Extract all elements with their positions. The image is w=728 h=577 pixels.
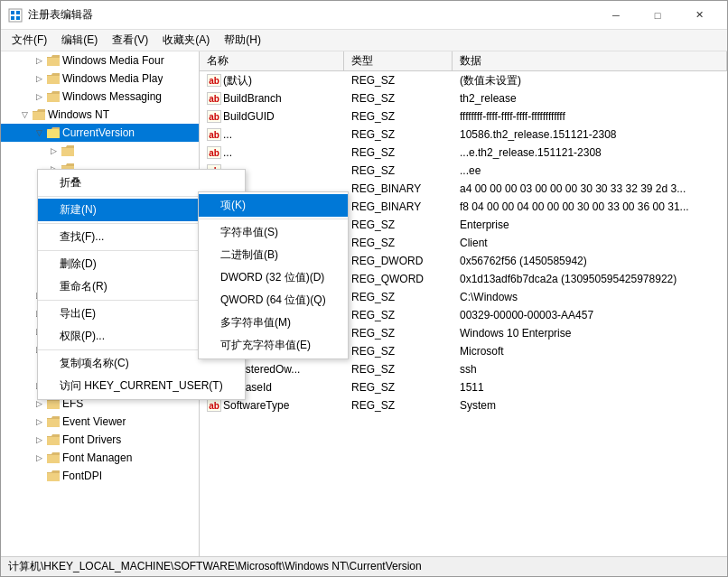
list-item[interactable]: ab ... REG_SZ 10586.th2_release.151121-2… — [200, 126, 727, 144]
ctx-item-access-hkcu[interactable]: 访问 HKEY_CURRENT_USER(T) — [38, 375, 245, 397]
sub-item-key[interactable]: 项(K) — [199, 194, 348, 217]
status-bar: 计算机\HKEY_LOCAL_MACHINE\SOFTWARE\Microsof… — [1, 556, 727, 576]
list-item[interactable]: ab BuildBranch REG_SZ th2_release — [200, 89, 727, 107]
cell-type: REG_SZ — [344, 109, 453, 124]
menu-help[interactable]: 帮助(H) — [217, 31, 268, 50]
submenu: 项(K) 字符串值(S) 二进制值(B) DWORD (32 位值)(D) QW… — [198, 191, 349, 359]
cell-type: REG_BINARY — [344, 200, 453, 214]
expand-icon[interactable]: ▷ — [32, 89, 46, 104]
ab-icon: ab — [207, 128, 221, 141]
folder-icon — [46, 89, 61, 104]
tree-item-windows-nt[interactable]: ▽ Windows NT — [1, 106, 199, 124]
cell-data: System — [453, 398, 727, 413]
cell-type: REG_SZ — [344, 398, 453, 413]
ab-icon: ab — [207, 74, 221, 87]
tree-item-current-version[interactable]: ▽ CurrentVersion — [1, 124, 199, 142]
folder-icon — [46, 451, 61, 465]
cell-data: th2_release — [453, 91, 727, 106]
expand-icon[interactable]: ▽ — [17, 107, 32, 122]
cell-type: REG_SZ — [344, 308, 453, 322]
tree-item-windows-messaging[interactable]: ▷ Windows Messaging — [1, 88, 199, 106]
tree-item-event-viewer[interactable]: ▷ Event Viewer — [1, 413, 199, 431]
tree-item-font-management[interactable]: ▷ Font Managen — [1, 449, 199, 467]
cell-name: ab BuildBranch — [200, 91, 344, 106]
tree-item-windows-media-play[interactable]: ▷ Windows Media Play — [1, 70, 199, 88]
list-item[interactable]: ab SoftwareType REG_SZ System — [200, 396, 727, 414]
cell-name: ab ... — [200, 145, 344, 160]
cell-data: 10586.th2_release.151121-2308 — [453, 127, 727, 142]
svg-rect-1 — [11, 11, 14, 14]
cell-name: ab ... — [200, 127, 344, 142]
tree-item-font-drivers[interactable]: ▷ Font Drivers — [1, 431, 199, 449]
sub-item-binary[interactable]: 二进制值(B) — [199, 244, 348, 266]
expand-icon[interactable]: ▷ — [32, 433, 46, 447]
menu-favorites[interactable]: 收藏夹(A) — [155, 31, 217, 50]
col-header-data[interactable]: 数据 — [453, 51, 727, 70]
cell-data: Microsoft — [453, 344, 727, 358]
cell-data: ...e.th2_release.151121-2308 — [453, 145, 727, 160]
registry-editor-window: 注册表编辑器 ─ □ ✕ 文件(F) 编辑(E) 查看(V) 收藏夹(A) 帮助… — [0, 0, 728, 577]
cell-data: (数值未设置) — [453, 72, 727, 89]
ab-icon: ab — [207, 92, 221, 105]
list-item[interactable]: ab ... REG_SZ ...e.th2_release.151121-23… — [200, 144, 727, 162]
cell-type: REG_SZ — [344, 290, 453, 304]
main-area: ▷ Windows Media Four ▷ Windows Media Pla… — [1, 51, 727, 556]
expand-icon[interactable]: ▷ — [32, 414, 46, 429]
folder-icon — [46, 53, 61, 68]
cell-type: REG_SZ — [344, 73, 453, 88]
cell-type: REG_SZ — [344, 326, 453, 340]
ab-icon: ab — [207, 146, 221, 159]
window-controls: ─ □ ✕ — [595, 1, 720, 30]
svg-rect-4 — [16, 16, 20, 20]
cell-type: REG_SZ — [344, 380, 453, 395]
menu-edit[interactable]: 编辑(E) — [54, 31, 105, 50]
list-item[interactable]: ab (默认) REG_SZ (数值未设置) — [200, 71, 727, 89]
sub-item-qword[interactable]: QWORD (64 位值)(Q) — [199, 289, 348, 312]
list-item[interactable]: ab BuildGUID REG_SZ ffffffff-ffff-ffff-f… — [200, 107, 727, 126]
tree-item-windows-media-four[interactable]: ▷ Windows Media Four — [1, 51, 199, 70]
ab-icon: ab — [207, 399, 221, 412]
sub-separator — [199, 219, 348, 219]
cell-data: a4 00 00 00 03 00 00 00 30 30 33 32 39 2… — [453, 181, 727, 196]
expand-icon[interactable]: ▷ — [46, 144, 61, 158]
tree-item-fontdpi[interactable]: ▷ FontDPI — [1, 467, 199, 485]
folder-open-icon — [46, 126, 61, 140]
cell-type: REG_SZ — [344, 91, 453, 106]
folder-icon — [61, 144, 75, 158]
cell-data: ssh — [453, 362, 727, 377]
expand-icon[interactable]: ▽ — [32, 126, 46, 140]
sub-item-string[interactable]: 字符串值(S) — [199, 221, 348, 244]
cell-data: ...ee — [453, 163, 727, 178]
menu-file[interactable]: 文件(F) — [5, 31, 54, 50]
ab-icon: ab — [207, 110, 221, 123]
cell-name: ab SoftwareType — [200, 398, 344, 413]
menu-bar: 文件(F) 编辑(E) 查看(V) 收藏夹(A) 帮助(H) — [1, 30, 727, 51]
col-header-type[interactable]: 类型 — [344, 51, 453, 70]
tree-subitem-1[interactable]: ▷ — [1, 142, 199, 160]
expand-icon[interactable]: ▷ — [32, 451, 46, 465]
menu-view[interactable]: 查看(V) — [105, 31, 155, 50]
folder-icon — [46, 469, 61, 483]
cell-type: REG_DWORD — [344, 254, 453, 268]
sub-item-multi-string[interactable]: 多字符串值(M) — [199, 312, 348, 334]
expand-icon[interactable]: ▷ — [32, 71, 46, 86]
list-item[interactable]: ab ... REG_SZ ...ee — [200, 162, 727, 180]
close-button[interactable]: ✕ — [678, 1, 720, 30]
sub-item-dword[interactable]: DWORD (32 位值)(D) — [199, 266, 348, 289]
sub-item-expand-string[interactable]: 可扩充字符串值(E) — [199, 334, 348, 357]
list-item[interactable]: ab RegisteredOw... REG_SZ ssh — [200, 360, 727, 378]
cell-type: REG_SZ — [344, 127, 453, 142]
list-item[interactable]: ab ReleaseId REG_SZ 1511 — [200, 378, 727, 396]
status-text: 计算机\HKEY_LOCAL_MACHINE\SOFTWARE\Microsof… — [8, 559, 422, 574]
cell-name: ab (默认) — [200, 72, 344, 89]
minimize-button[interactable]: ─ — [595, 1, 637, 30]
col-header-name[interactable]: 名称 — [200, 51, 344, 70]
cell-type: REG_SZ — [344, 362, 453, 377]
cell-type: REG_BINARY — [344, 181, 453, 196]
folder-icon — [32, 107, 46, 122]
maximize-button[interactable]: □ — [637, 1, 678, 30]
expand-icon[interactable]: ▷ — [32, 53, 46, 68]
cell-name: ab BuildGUID — [200, 109, 344, 124]
cell-data: Windows 10 Enterprise — [453, 326, 727, 340]
cell-type: REG_SZ — [344, 344, 453, 358]
